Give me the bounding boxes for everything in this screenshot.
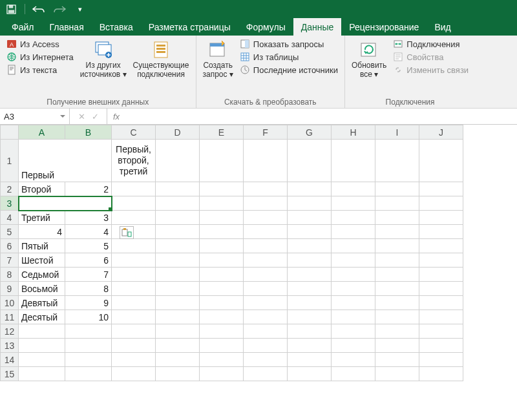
cell[interactable] xyxy=(200,182,244,196)
row-header[interactable]: 5 xyxy=(1,225,19,239)
cell[interactable] xyxy=(156,140,200,182)
cell[interactable] xyxy=(244,353,288,367)
row-header[interactable]: 7 xyxy=(1,253,19,268)
cell[interactable] xyxy=(112,196,156,211)
row-header[interactable]: 3 xyxy=(1,196,19,211)
cell[interactable] xyxy=(375,268,419,282)
cell[interactable]: Шестой xyxy=(19,253,65,268)
cell[interactable] xyxy=(156,353,200,367)
existing-connections-button[interactable]: Существующие подключения xyxy=(132,38,191,81)
cell[interactable] xyxy=(200,211,244,225)
cell[interactable]: Первый xyxy=(19,140,112,182)
column-header[interactable]: B xyxy=(65,125,112,140)
row-header[interactable]: 6 xyxy=(1,239,19,253)
cell[interactable] xyxy=(332,339,375,353)
cell[interactable] xyxy=(112,339,156,353)
cell[interactable] xyxy=(200,367,244,381)
cell[interactable] xyxy=(244,253,288,268)
cell[interactable] xyxy=(156,268,200,282)
cell[interactable] xyxy=(19,367,65,381)
cell[interactable] xyxy=(332,211,375,225)
recent-sources-button[interactable]: Последние источники xyxy=(238,64,339,76)
cell[interactable] xyxy=(332,353,375,367)
cell[interactable] xyxy=(288,282,332,296)
cell[interactable] xyxy=(332,239,375,253)
cell[interactable] xyxy=(375,196,419,211)
cell[interactable] xyxy=(332,253,375,268)
row-header[interactable]: 1 xyxy=(1,140,19,182)
cell[interactable] xyxy=(419,225,463,239)
cell[interactable] xyxy=(332,367,375,381)
cell[interactable]: 2 xyxy=(65,182,112,196)
cell[interactable]: 8 xyxy=(65,282,112,296)
column-header[interactable]: H xyxy=(332,125,375,140)
tab-formulas[interactable]: Формулы xyxy=(238,18,293,36)
cell[interactable]: 7 xyxy=(65,268,112,282)
cell[interactable] xyxy=(112,324,156,339)
cell[interactable] xyxy=(19,196,112,211)
cell[interactable] xyxy=(375,253,419,268)
cell[interactable] xyxy=(244,339,288,353)
cell[interactable]: Первый, второй, третий xyxy=(112,140,156,182)
cell[interactable] xyxy=(156,239,200,253)
cell[interactable] xyxy=(200,225,244,239)
cell[interactable] xyxy=(244,268,288,282)
edit-links-button[interactable]: Изменить связи xyxy=(392,64,470,76)
formula-accept-button[interactable]: ✓ xyxy=(92,112,99,121)
cell[interactable] xyxy=(244,367,288,381)
cell[interactable] xyxy=(332,196,375,211)
cell[interactable] xyxy=(244,282,288,296)
select-all-corner[interactable] xyxy=(1,125,19,140)
cell[interactable] xyxy=(19,339,65,353)
cell[interactable] xyxy=(419,324,463,339)
cell[interactable]: Восьмой xyxy=(19,282,65,296)
tab-view[interactable]: Вид xyxy=(427,18,458,36)
cell[interactable] xyxy=(244,324,288,339)
cell[interactable] xyxy=(288,253,332,268)
cell[interactable] xyxy=(375,339,419,353)
cell[interactable] xyxy=(112,182,156,196)
refresh-all-button[interactable]: Обновить все ▾ xyxy=(350,38,388,81)
cell[interactable] xyxy=(332,324,375,339)
cell[interactable] xyxy=(332,296,375,310)
cell[interactable] xyxy=(419,296,463,310)
column-header[interactable]: C xyxy=(112,125,156,140)
cell[interactable] xyxy=(288,196,332,211)
tab-layout[interactable]: Разметка страницы xyxy=(141,18,238,36)
column-header[interactable]: J xyxy=(419,125,463,140)
column-header[interactable]: I xyxy=(375,125,419,140)
cell[interactable] xyxy=(19,353,65,367)
cell[interactable] xyxy=(156,339,200,353)
cell[interactable]: 4 xyxy=(65,225,112,239)
cell[interactable] xyxy=(156,367,200,381)
connections-button[interactable]: Подключения xyxy=(392,38,470,50)
cell[interactable] xyxy=(375,296,419,310)
cell[interactable] xyxy=(112,296,156,310)
from-web-button[interactable]: Из Интернета xyxy=(5,51,75,63)
cell[interactable] xyxy=(419,140,463,182)
cell[interactable] xyxy=(375,324,419,339)
cell[interactable] xyxy=(200,253,244,268)
column-header[interactable]: G xyxy=(288,125,332,140)
paste-options-button[interactable] xyxy=(120,226,134,239)
row-header[interactable]: 12 xyxy=(1,324,19,339)
cell[interactable] xyxy=(156,182,200,196)
cell[interactable] xyxy=(375,353,419,367)
tab-file[interactable]: Файл xyxy=(4,18,41,36)
cell[interactable] xyxy=(419,367,463,381)
tab-data[interactable]: Данные xyxy=(293,18,342,36)
cell[interactable] xyxy=(375,182,419,196)
cell[interactable] xyxy=(332,182,375,196)
cell[interactable] xyxy=(156,310,200,324)
from-table-button[interactable]: Из таблицы xyxy=(238,51,339,63)
cell[interactable] xyxy=(288,296,332,310)
row-header[interactable]: 9 xyxy=(1,282,19,296)
cell[interactable] xyxy=(244,296,288,310)
cell[interactable] xyxy=(244,211,288,225)
column-header[interactable]: A xyxy=(19,125,65,140)
cell[interactable] xyxy=(288,182,332,196)
save-button[interactable] xyxy=(4,2,18,16)
cell[interactable] xyxy=(112,353,156,367)
cell[interactable] xyxy=(200,282,244,296)
cell[interactable] xyxy=(112,367,156,381)
